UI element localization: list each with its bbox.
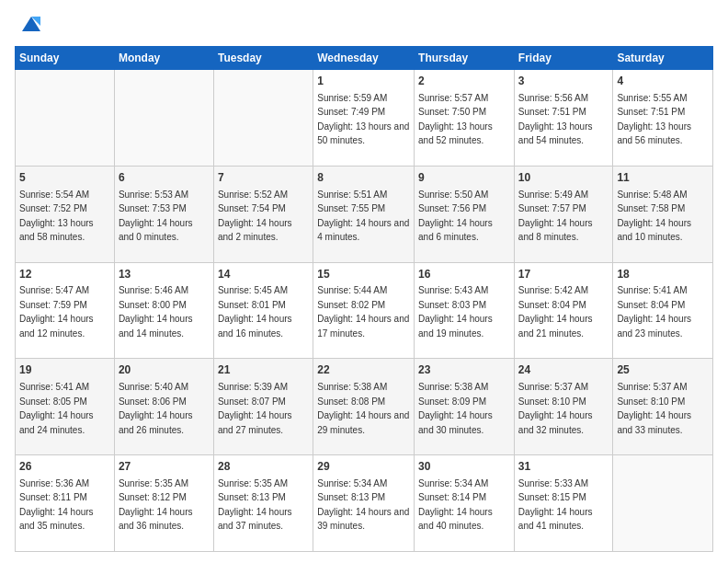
day-number: 23 <box>418 362 510 378</box>
calendar-cell: 30Sunrise: 5:34 AM Sunset: 8:14 PM Dayli… <box>415 455 515 552</box>
calendar-week-row: 19Sunrise: 5:41 AM Sunset: 8:05 PM Dayli… <box>16 359 713 455</box>
day-number: 5 <box>19 170 110 186</box>
calendar-cell: 14Sunrise: 5:45 AM Sunset: 8:01 PM Dayli… <box>213 262 313 359</box>
calendar-cell: 3Sunrise: 5:56 AM Sunset: 7:51 PM Daylig… <box>514 70 613 167</box>
calendar-table: SundayMondayTuesdayWednesdayThursdayFrid… <box>15 46 713 552</box>
calendar-cell <box>213 70 313 167</box>
calendar-week-row: 1Sunrise: 5:59 AM Sunset: 7:49 PM Daylig… <box>16 70 713 167</box>
cell-info: Sunrise: 5:40 AM Sunset: 8:06 PM Dayligh… <box>119 382 193 435</box>
calendar-cell: 5Sunrise: 5:54 AM Sunset: 7:52 PM Daylig… <box>16 166 115 262</box>
day-number: 15 <box>317 267 410 282</box>
day-number: 16 <box>418 267 510 282</box>
calendar-cell: 10Sunrise: 5:49 AM Sunset: 7:57 PM Dayli… <box>514 166 613 262</box>
day-number: 10 <box>518 170 609 186</box>
cell-info: Sunrise: 5:57 AM Sunset: 7:50 PM Dayligh… <box>418 93 493 146</box>
weekday-header-sunday: Sunday <box>16 47 115 70</box>
day-number: 11 <box>617 170 709 186</box>
cell-info: Sunrise: 5:36 AM Sunset: 8:11 PM Dayligh… <box>19 478 94 532</box>
day-number: 27 <box>119 459 210 475</box>
calendar-cell <box>16 70 115 167</box>
day-number: 29 <box>317 459 410 475</box>
cell-info: Sunrise: 5:50 AM Sunset: 7:56 PM Dayligh… <box>418 190 493 243</box>
cell-info: Sunrise: 5:35 AM Sunset: 8:13 PM Dayligh… <box>218 478 292 532</box>
day-number: 20 <box>119 362 210 378</box>
calendar-cell <box>613 455 713 552</box>
cell-info: Sunrise: 5:37 AM Sunset: 8:10 PM Dayligh… <box>518 382 593 435</box>
calendar-cell: 31Sunrise: 5:33 AM Sunset: 8:15 PM Dayli… <box>514 455 613 552</box>
cell-info: Sunrise: 5:53 AM Sunset: 7:53 PM Dayligh… <box>119 190 193 243</box>
cell-info: Sunrise: 5:35 AM Sunset: 8:12 PM Dayligh… <box>119 478 193 532</box>
day-number: 28 <box>218 459 309 475</box>
day-number: 6 <box>119 170 210 186</box>
logo-icon <box>18 11 44 37</box>
page: SundayMondayTuesdayWednesdayThursdayFrid… <box>0 0 728 563</box>
calendar-cell: 12Sunrise: 5:47 AM Sunset: 7:59 PM Dayli… <box>16 262 115 359</box>
cell-info: Sunrise: 5:52 AM Sunset: 7:54 PM Dayligh… <box>218 190 292 243</box>
calendar-week-row: 5Sunrise: 5:54 AM Sunset: 7:52 PM Daylig… <box>16 166 713 262</box>
cell-info: Sunrise: 5:37 AM Sunset: 8:10 PM Dayligh… <box>617 382 691 435</box>
calendar-cell: 28Sunrise: 5:35 AM Sunset: 8:13 PM Dayli… <box>213 455 313 552</box>
calendar-cell: 1Sunrise: 5:59 AM Sunset: 7:49 PM Daylig… <box>313 70 415 167</box>
calendar-cell: 19Sunrise: 5:41 AM Sunset: 8:05 PM Dayli… <box>16 359 115 455</box>
day-number: 12 <box>19 267 110 282</box>
calendar-cell: 27Sunrise: 5:35 AM Sunset: 8:12 PM Dayli… <box>114 455 213 552</box>
calendar-cell: 24Sunrise: 5:37 AM Sunset: 8:10 PM Dayli… <box>514 359 613 455</box>
day-number: 17 <box>518 267 609 282</box>
day-number: 1 <box>317 74 410 89</box>
cell-info: Sunrise: 5:33 AM Sunset: 8:15 PM Dayligh… <box>518 478 593 532</box>
header <box>15 11 713 37</box>
cell-info: Sunrise: 5:44 AM Sunset: 8:02 PM Dayligh… <box>317 285 409 339</box>
cell-info: Sunrise: 5:34 AM Sunset: 8:13 PM Dayligh… <box>317 478 409 532</box>
cell-info: Sunrise: 5:55 AM Sunset: 7:51 PM Dayligh… <box>617 93 691 146</box>
calendar-week-row: 12Sunrise: 5:47 AM Sunset: 7:59 PM Dayli… <box>16 262 713 359</box>
cell-info: Sunrise: 5:56 AM Sunset: 7:51 PM Dayligh… <box>518 93 593 146</box>
weekday-header-thursday: Thursday <box>415 47 515 70</box>
day-number: 21 <box>218 362 309 378</box>
day-number: 19 <box>19 362 110 378</box>
cell-info: Sunrise: 5:43 AM Sunset: 8:03 PM Dayligh… <box>418 285 493 339</box>
cell-info: Sunrise: 5:49 AM Sunset: 7:57 PM Dayligh… <box>518 190 593 243</box>
day-number: 9 <box>418 170 510 186</box>
cell-info: Sunrise: 5:59 AM Sunset: 7:49 PM Dayligh… <box>317 93 409 146</box>
day-number: 14 <box>218 267 309 282</box>
weekday-header-friday: Friday <box>514 47 613 70</box>
day-number: 4 <box>617 74 709 89</box>
calendar-cell: 8Sunrise: 5:51 AM Sunset: 7:55 PM Daylig… <box>313 166 415 262</box>
calendar-cell: 9Sunrise: 5:50 AM Sunset: 7:56 PM Daylig… <box>415 166 515 262</box>
day-number: 26 <box>19 459 110 475</box>
day-number: 18 <box>617 267 709 282</box>
cell-info: Sunrise: 5:42 AM Sunset: 8:04 PM Dayligh… <box>518 285 593 339</box>
cell-info: Sunrise: 5:34 AM Sunset: 8:14 PM Dayligh… <box>418 478 493 532</box>
calendar-cell: 16Sunrise: 5:43 AM Sunset: 8:03 PM Dayli… <box>415 262 515 359</box>
calendar-cell: 4Sunrise: 5:55 AM Sunset: 7:51 PM Daylig… <box>613 70 713 167</box>
day-number: 8 <box>317 170 410 186</box>
day-number: 3 <box>518 74 609 89</box>
cell-info: Sunrise: 5:51 AM Sunset: 7:55 PM Dayligh… <box>317 190 409 243</box>
calendar-cell: 29Sunrise: 5:34 AM Sunset: 8:13 PM Dayli… <box>313 455 415 552</box>
calendar-week-row: 26Sunrise: 5:36 AM Sunset: 8:11 PM Dayli… <box>16 455 713 552</box>
calendar-cell: 15Sunrise: 5:44 AM Sunset: 8:02 PM Dayli… <box>313 262 415 359</box>
cell-info: Sunrise: 5:48 AM Sunset: 7:58 PM Dayligh… <box>617 190 691 243</box>
cell-info: Sunrise: 5:41 AM Sunset: 8:04 PM Dayligh… <box>617 285 691 339</box>
cell-info: Sunrise: 5:41 AM Sunset: 8:05 PM Dayligh… <box>19 382 94 435</box>
calendar-cell: 17Sunrise: 5:42 AM Sunset: 8:04 PM Dayli… <box>514 262 613 359</box>
calendar-cell: 21Sunrise: 5:39 AM Sunset: 8:07 PM Dayli… <box>213 359 313 455</box>
cell-info: Sunrise: 5:39 AM Sunset: 8:07 PM Dayligh… <box>218 382 292 435</box>
calendar-cell: 26Sunrise: 5:36 AM Sunset: 8:11 PM Dayli… <box>16 455 115 552</box>
day-number: 13 <box>119 267 210 282</box>
calendar-cell: 18Sunrise: 5:41 AM Sunset: 8:04 PM Dayli… <box>613 262 713 359</box>
calendar-cell: 11Sunrise: 5:48 AM Sunset: 7:58 PM Dayli… <box>613 166 713 262</box>
day-number: 25 <box>617 362 709 378</box>
weekday-header-wednesday: Wednesday <box>313 47 415 70</box>
weekday-header-tuesday: Tuesday <box>213 47 313 70</box>
calendar-cell: 13Sunrise: 5:46 AM Sunset: 8:00 PM Dayli… <box>114 262 213 359</box>
cell-info: Sunrise: 5:46 AM Sunset: 8:00 PM Dayligh… <box>119 285 193 339</box>
calendar-cell: 7Sunrise: 5:52 AM Sunset: 7:54 PM Daylig… <box>213 166 313 262</box>
calendar-cell <box>114 70 213 167</box>
calendar-cell: 20Sunrise: 5:40 AM Sunset: 8:06 PM Dayli… <box>114 359 213 455</box>
weekday-header-saturday: Saturday <box>613 47 713 70</box>
day-number: 22 <box>317 362 410 378</box>
weekday-header-row: SundayMondayTuesdayWednesdayThursdayFrid… <box>16 47 713 70</box>
day-number: 24 <box>518 362 609 378</box>
calendar-cell: 2Sunrise: 5:57 AM Sunset: 7:50 PM Daylig… <box>415 70 515 167</box>
